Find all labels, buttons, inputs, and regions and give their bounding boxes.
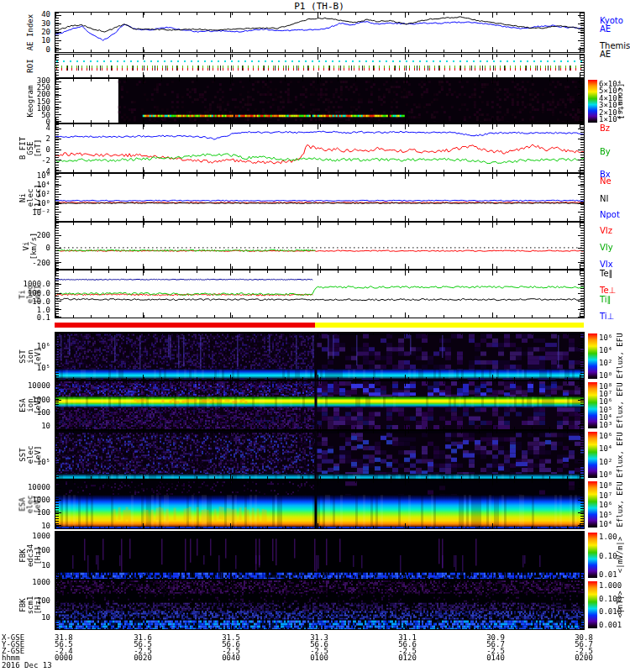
panel-vi: [55, 222, 585, 270]
colorbar-esa-elec: [588, 481, 597, 528]
y-minor-tick-comb-right: [580, 381, 584, 429]
legend-Kyoto AE: Kyoto AE: [600, 17, 630, 34]
x-major-ticks-top: [55, 333, 584, 338]
date-label: 2016 Dec 13: [2, 662, 52, 669]
x-major-ticks-top: [55, 480, 584, 486]
y-minor-tick-comb-left: [55, 174, 59, 221]
y-major-tick-right: [578, 108, 584, 108]
y-major-tick-left: [55, 81, 61, 82]
legend-Ti⊥: Ti⊥: [600, 312, 614, 321]
y-major-tick-right: [578, 583, 584, 584]
spectrogram-sst-elec: [55, 431, 584, 479]
x-major-ticks-top: [55, 55, 584, 60]
colorbar-tick-label: 10⁶: [599, 334, 612, 342]
line-chart-ae: [55, 13, 584, 52]
spectrogram-esa-elec: [55, 480, 584, 528]
colorbar-tick-label: 10⁰: [599, 471, 612, 479]
legend-VIz: VIz: [600, 227, 612, 235]
series-Bx: [55, 131, 584, 139]
colorbar-sst-elec: [588, 432, 597, 478]
x-major-ticks-top: [55, 532, 584, 537]
y-major-tick-left: [55, 102, 61, 102]
y-major-tick-left: [55, 425, 61, 426]
y-minor-tick-comb-right: [580, 55, 584, 77]
colorbar-tick-label: 10²: [599, 360, 612, 367]
y-major-tick-left: [55, 139, 61, 139]
y-major-tick-right: [578, 293, 584, 294]
line-chart-b-fit: [55, 124, 584, 172]
y-major-tick-right: [578, 24, 584, 24]
quality-bar-segment-0: [55, 323, 315, 328]
bottom-value: 0200: [567, 654, 601, 662]
colorbar-tick-label: 10⁵: [599, 512, 612, 519]
y-major-tick-left: [55, 185, 61, 186]
colorbar-tick-label: 10³: [599, 422, 612, 429]
y-major-tick-left: [55, 317, 61, 318]
y-major-tick-right: [578, 617, 584, 618]
y-minor-tick-comb-right: [580, 580, 584, 629]
y-major-tick-left: [55, 88, 61, 89]
y-major-tick-right: [578, 139, 584, 139]
y-major-tick-left: [55, 150, 61, 150]
x-major-ticks-bottom: [55, 375, 584, 380]
legend-Te⊥: Te⊥: [600, 286, 616, 295]
y-major-tick-left: [55, 108, 61, 108]
colorbar-tick-label: 10²: [599, 459, 612, 466]
series-Ti-par: [55, 286, 584, 296]
y-major-tick-right: [578, 512, 584, 513]
bottom-value: 0040: [214, 654, 248, 662]
y-major-tick-right: [578, 309, 584, 310]
colorbar-unit-fbk-scm: <|nT|>: [617, 554, 624, 655]
x-major-ticks-bottom: [55, 216, 584, 221]
legend-Npot: Npot: [600, 211, 620, 219]
y-major-tick-right: [578, 500, 584, 501]
y-minor-tick-comb-left: [55, 55, 59, 77]
colorbar-sst-ion: [588, 333, 597, 379]
y-major-tick-left: [55, 203, 61, 204]
y-minor-tick-comb-left: [55, 124, 59, 172]
y-major-tick-left: [55, 301, 61, 302]
colorbar-tick-label: 10⁷: [599, 492, 612, 500]
y-major-tick-left: [55, 40, 61, 41]
series-Te-par: [55, 298, 584, 300]
y-major-tick-right: [578, 601, 584, 601]
y-minor-tick-comb-right: [580, 174, 584, 221]
colorbar-fbk-edc: [588, 533, 597, 578]
x-major-ticks-bottom: [55, 72, 584, 77]
spectrogram-fbk-edc: [55, 532, 584, 579]
colorbar-tick-label: 10⁴: [599, 445, 612, 453]
y-major-tick-right: [578, 367, 584, 368]
x-major-ticks-bottom: [55, 264, 584, 269]
y-major-tick-left: [55, 176, 61, 177]
y-major-tick-right: [578, 88, 584, 89]
y-minor-tick-comb-left: [55, 79, 59, 123]
y-major-tick-left: [55, 171, 61, 171]
legend-VIx: VIx: [600, 260, 613, 269]
y-major-tick-left: [55, 583, 61, 584]
panel-fbk-edc: [55, 531, 585, 580]
x-major-ticks-top: [55, 174, 584, 179]
colorbar-keogram: [588, 80, 597, 123]
y-major-tick-right: [578, 301, 584, 302]
legend-Ne: Ne: [600, 177, 612, 186]
colorbar-tick-label: 10⁶: [599, 501, 612, 509]
y-major-tick-left: [55, 293, 61, 294]
y-major-tick-right: [578, 49, 584, 50]
y-major-tick-left: [55, 537, 61, 538]
panel-keogram: [55, 78, 585, 123]
series-By: [55, 154, 584, 164]
legend-Bz: Bz: [600, 124, 610, 133]
y-minor-tick-comb-left: [55, 270, 59, 318]
spacecraft-overview-plot: P1 (TH-B) 403020100AE IndexKyoto AEThemi…: [0, 0, 630, 672]
y-minor-tick-comb-right: [580, 79, 584, 123]
y-major-tick-left: [55, 400, 61, 401]
y-major-tick-right: [578, 550, 584, 551]
y-major-tick-left: [55, 347, 61, 348]
series-Npot: [55, 200, 584, 201]
y-major-tick-right: [578, 32, 584, 33]
y-major-tick-left: [55, 412, 61, 413]
y-major-tick-left: [55, 160, 61, 160]
panel-esa-elec: [55, 480, 585, 529]
y-major-tick-right: [578, 262, 584, 263]
y-major-tick-right: [578, 565, 584, 566]
